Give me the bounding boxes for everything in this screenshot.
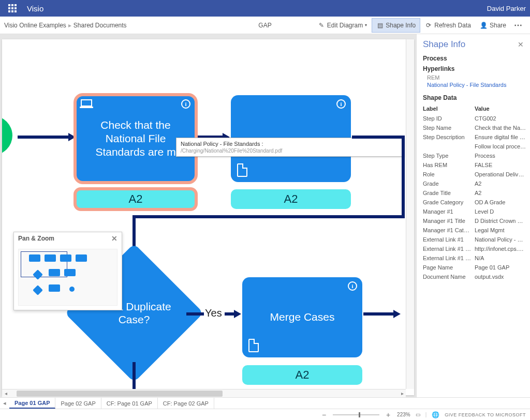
cell-value: CTG002 bbox=[475, 114, 526, 123]
scrollbar-thumb[interactable] bbox=[17, 391, 223, 397]
arrow-right-icon bbox=[393, 310, 401, 318]
cell-value: Operational Deliver… bbox=[475, 170, 526, 179]
user-name[interactable]: David Parker bbox=[487, 5, 526, 12]
table-row: External Link #1National Policy - Fil… bbox=[423, 235, 526, 244]
arrow-right-icon bbox=[68, 133, 76, 141]
table-row: Manager #1 TitleD District Crown Pr… bbox=[423, 216, 526, 226]
laptop-icon bbox=[81, 99, 92, 107]
zoom-slider[interactable] bbox=[333, 414, 379, 415]
shape-info-button[interactable]: ▤ Shape Info bbox=[372, 18, 420, 33]
diagram-canvas[interactable]: i Check that the National File Standards… bbox=[2, 39, 414, 395]
cell-value: Page 01 GAP bbox=[475, 263, 526, 272]
zoom-out-button[interactable]: − bbox=[320, 411, 328, 419]
process-merge-cases[interactable]: i Merge Cases bbox=[242, 277, 362, 357]
cell-label: Manager #1 Title bbox=[423, 216, 475, 226]
breadcrumb-sub[interactable]: Shared Documents bbox=[73, 22, 127, 29]
scroll-left-icon[interactable]: ◂ bbox=[2, 391, 9, 396]
cell-label: Step ID bbox=[423, 114, 475, 123]
share-icon: 👤 bbox=[480, 22, 488, 29]
page-tab[interactable]: Page 02 GAP bbox=[55, 398, 101, 409]
cell-value: National Policy - Fil… bbox=[475, 235, 526, 244]
edit-diagram-button[interactable]: ✎ Edit Diagram ▾ bbox=[313, 18, 372, 33]
cell-value: Process bbox=[475, 151, 526, 160]
info-icon[interactable]: i bbox=[336, 99, 346, 109]
cell-value: Follow local proces… bbox=[475, 142, 526, 151]
cell-value: Level D bbox=[475, 207, 526, 216]
hyperlink-rem[interactable]: REM bbox=[427, 74, 524, 81]
table-row: Document Nameoutput.vsdx bbox=[423, 272, 526, 281]
share-button[interactable]: 👤 Share bbox=[476, 18, 511, 33]
table-row: Step TypeProcess bbox=[423, 151, 526, 160]
zoom-in-button[interactable]: + bbox=[385, 411, 392, 419]
cell-label: Page Name bbox=[423, 263, 475, 272]
cell-label: Manager #1 Catego… bbox=[423, 226, 475, 235]
pane-shapedata-head: Shape Data bbox=[423, 94, 524, 101]
tooltip-title: National Policy - File Standards : bbox=[181, 140, 399, 147]
table-row: Follow local proces… bbox=[423, 142, 526, 151]
app-launcher-icon[interactable] bbox=[4, 0, 21, 17]
page-tab[interactable]: CF: Page 02 GAP bbox=[158, 398, 214, 409]
hyperlink-national-policy[interactable]: National Policy - File Standards bbox=[427, 82, 524, 88]
pan-zoom-panel[interactable]: Pan & Zoom ✕ bbox=[13, 232, 122, 310]
refresh-icon: ⟳ bbox=[425, 22, 432, 29]
page-tab[interactable]: CF: Page 01 GAP bbox=[101, 398, 158, 409]
pane-hyperlinks-head: Hyperlinks bbox=[423, 65, 524, 72]
globe-icon[interactable]: 🌐 bbox=[432, 411, 439, 418]
table-row: External Link #1 SOPN/A bbox=[423, 253, 526, 263]
table-row: Grade TitleA2 bbox=[423, 188, 526, 198]
tab-prev-icon[interactable]: ◂ bbox=[0, 400, 9, 407]
cell-value: Check that the Nati… bbox=[475, 123, 526, 132]
col-value: Value bbox=[475, 103, 526, 114]
panel-icon: ▤ bbox=[376, 22, 384, 29]
table-row: Page NamePage 01 GAP bbox=[423, 263, 526, 272]
grade-badge-a2[interactable]: A2 bbox=[231, 189, 351, 209]
table-row: External Link #1 Urlhttp://infonet.cps.g… bbox=[423, 244, 526, 253]
cell-label: Grade bbox=[423, 179, 475, 188]
cell-label: Document Name bbox=[423, 272, 475, 281]
info-icon[interactable]: i bbox=[181, 99, 190, 109]
connector bbox=[352, 136, 404, 139]
fit-page-icon[interactable]: ▭ bbox=[416, 412, 420, 417]
document-icon bbox=[248, 339, 259, 352]
table-row: Grade CategoryOD A Grade bbox=[423, 198, 526, 207]
start-terminator-shape[interactable] bbox=[2, 116, 12, 155]
panzoom-title: Pan & Zoom bbox=[18, 235, 54, 242]
table-row: Step IDCTG002 bbox=[423, 114, 526, 123]
document-icon bbox=[237, 163, 247, 177]
vertical-scrollbar[interactable] bbox=[406, 39, 414, 389]
cell-value: Legal Mgmt bbox=[475, 226, 526, 235]
close-icon[interactable]: ✕ bbox=[111, 234, 117, 243]
page-tab[interactable]: Page 01 GAP bbox=[9, 398, 55, 409]
chevron-down-icon: ▾ bbox=[365, 23, 367, 27]
cell-value: OD A Grade bbox=[475, 198, 526, 207]
cell-label bbox=[423, 142, 475, 151]
cell-label: Step Description bbox=[423, 132, 475, 142]
main-area: i Check that the National File Standards… bbox=[0, 34, 530, 397]
cell-value: A2 bbox=[475, 179, 526, 188]
scroll-right-icon[interactable]: ▸ bbox=[399, 391, 406, 396]
panzoom-thumbnail[interactable] bbox=[18, 249, 117, 306]
app-bar: Visio David Parker bbox=[0, 0, 530, 17]
cell-label: Manager #1 bbox=[423, 207, 475, 216]
panzoom-body[interactable] bbox=[14, 245, 122, 310]
connector bbox=[225, 312, 235, 316]
connector bbox=[186, 312, 204, 316]
info-icon[interactable]: i bbox=[348, 281, 357, 291]
chevron-right-icon: ▸ bbox=[68, 22, 71, 29]
cell-label: External Link #1 bbox=[423, 235, 475, 244]
grade-badge-a2[interactable]: A2 bbox=[76, 189, 196, 209]
connector bbox=[363, 312, 394, 316]
close-icon[interactable]: ✕ bbox=[518, 40, 524, 49]
page-tabs: ◂ Page 01 GAPPage 02 GAPCF: Page 01 GAPC… bbox=[0, 397, 530, 409]
feedback-link[interactable]: GIVE FEEDBACK TO MICROSOFT bbox=[445, 412, 526, 417]
table-row: Step NameCheck that the Nati… bbox=[423, 123, 526, 132]
status-bar: − + 223% ▭ | 🌐 GIVE FEEDBACK TO MICROSOF… bbox=[0, 409, 530, 420]
more-actions-button[interactable]: ⋯ bbox=[511, 20, 526, 30]
edge-label-yes: Yes bbox=[205, 307, 222, 319]
cell-label: Grade Category bbox=[423, 198, 475, 207]
table-row: Manager #1Level D bbox=[423, 207, 526, 216]
breadcrumb-root[interactable]: Visio Online Examples bbox=[4, 22, 66, 29]
refresh-data-button[interactable]: ⟳ Refresh Data bbox=[420, 18, 476, 33]
grade-badge-a2[interactable]: A2 bbox=[242, 365, 362, 385]
horizontal-scrollbar[interactable]: ◂ ▸ bbox=[2, 389, 406, 397]
